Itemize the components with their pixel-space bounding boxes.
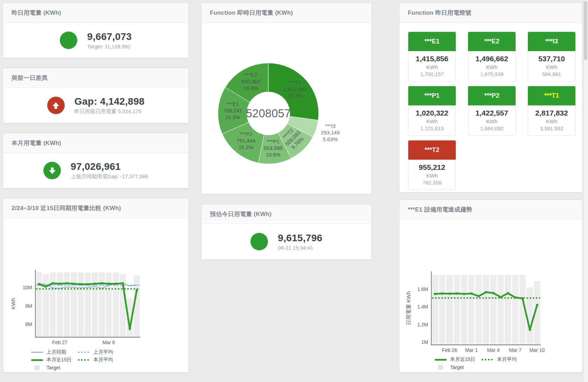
scrollbar-thumb[interactable]: [584, 1, 587, 60]
legend-swatch-square-icon: [435, 365, 447, 370]
card-title: Function 即時日用電量 (KWh): [210, 9, 293, 17]
compare-15day-svg[interactable]: 6M8M10MFeb 27Mar 6KWh: [3, 218, 189, 347]
e1-trend-svg[interactable]: 1M1.2M1.4M1.6MFeb 26Mar 1Mar 4Mar 7Mar 1…: [399, 220, 582, 354]
y-tick-label: 1.4M: [417, 304, 428, 310]
legend-label: 上月平均: [93, 349, 113, 355]
card-e1-trend: ***E1 設備用電達成趨勢 1M1.2M1.4M1.6MFeb 26Mar 1…: [399, 200, 582, 373]
light-tile-T1: ***T12,817,832KWh3,591,562: [528, 86, 575, 136]
e1-trend-chart[interactable]: 1M1.2M1.4M1.6MFeb 26Mar 1Mar 4Mar 7Mar 1…: [399, 220, 582, 356]
svg-text:10.6%: 10.6%: [266, 152, 281, 158]
legend-swatch-dash-icon: [78, 352, 90, 353]
series-point: [463, 293, 466, 295]
tile-unit: KWh: [468, 64, 515, 70]
svg-text:5.63%: 5.63%: [323, 136, 338, 142]
series-point: [500, 296, 502, 298]
series-point: [448, 292, 451, 295]
legend-swatch-square-icon: [31, 365, 43, 370]
target-bar: [50, 272, 56, 337]
stat-body: 9,667,073 Target: 11,128,992: [3, 23, 189, 58]
legend-item[interactable]: Target: [435, 364, 482, 370]
svg-text:***P1: ***P1: [267, 138, 279, 144]
arrow-down-icon: [43, 162, 61, 179]
legend-row: Target: [435, 363, 582, 371]
legend-swatch-thick-icon: [31, 359, 43, 361]
card-title: 預估今日用電量 (KWh): [210, 210, 271, 218]
series-point: [441, 292, 444, 295]
svg-text:553,595: 553,595: [264, 145, 283, 151]
target-bar: [92, 272, 98, 337]
month-usage-gap: 上個月同期用電Gap: -17,377,566: [71, 173, 148, 180]
tile-value: 1,020,322: [409, 109, 455, 117]
day-gap-value: Gap: 4,142,898: [75, 96, 144, 107]
tile-unit: KWh: [468, 118, 515, 124]
light-tile-T2: ***T2955,212KWh762,358: [408, 140, 456, 190]
stat-body: 97,026,961 上個月同期用電Gap: -17,377,566: [3, 153, 189, 188]
series-point: [66, 282, 68, 285]
target-bar: [439, 275, 445, 345]
tile-value: 537,710: [528, 55, 575, 63]
legend-item[interactable]: 本月平均: [482, 356, 529, 363]
series-point: [59, 283, 61, 285]
realtime-donut-chart[interactable]: ***T11,413,18327.1%***I3293,1495.63%***T…: [201, 23, 371, 194]
day-gap-sub: 昨日與前日用電量 5,524,175: [75, 108, 144, 115]
target-bar: [113, 272, 119, 337]
light-tile-E2: ***E21,496,662KWh1,675,939: [468, 32, 516, 82]
light-tile-I3: ***I3537,710KWh584,861: [528, 32, 575, 82]
donut-slice-label: ***I3293,1495.63%: [321, 123, 340, 142]
legend-swatch-thick-icon: [435, 359, 447, 361]
light-tile-P1: ***P11,020,322KWh1,121,613: [408, 86, 456, 136]
series-point: [129, 328, 131, 330]
tile-target: 3,591,562: [528, 125, 575, 131]
arrow-up-icon: [47, 97, 65, 114]
target-bar: [468, 275, 475, 345]
donut-svg[interactable]: ***T11,413,18327.1%***I3293,1495.63%***T…: [201, 23, 371, 194]
compare-chart[interactable]: 6M8M10MFeb 27Mar 6KWh: [3, 218, 189, 348]
vertical-scrollbar[interactable]: [583, 0, 588, 382]
series-point: [136, 289, 138, 291]
tile-body: 955,212KWh762,358: [408, 160, 456, 190]
target-bar: [497, 275, 504, 345]
estimate-timestamp: 06-21 15:34:41: [278, 245, 322, 251]
tile-body: 1,020,322KWh1,121,613: [408, 105, 456, 136]
series-point: [477, 295, 480, 297]
legend-item[interactable]: 本月近15日: [435, 356, 482, 363]
tile-unit: KWh: [528, 118, 575, 124]
legend-label: 本月近15日: [47, 357, 72, 363]
legend-row: 上月同期上月平均: [31, 348, 189, 356]
tile-body: 1,422,557KWh1,684,092: [468, 105, 516, 136]
month-usage-value: 97,026,961: [71, 161, 148, 172]
legend-item[interactable]: 本月近15日: [31, 357, 78, 363]
series-point: [73, 283, 75, 285]
x-tick-label: Feb 26: [442, 347, 457, 353]
tile-body: 1,415,856KWh1,700,157: [408, 51, 456, 82]
target-bar: [71, 272, 77, 337]
y-tick-label: 1M: [421, 339, 428, 345]
tile-header: ***T2: [408, 140, 456, 160]
legend-item[interactable]: Target: [31, 365, 78, 370]
svg-text:***E1: ***E1: [226, 101, 239, 107]
legend-item[interactable]: 上月同期: [31, 349, 78, 355]
target-bar: [483, 275, 489, 345]
card-header: Function 即時日用電量 (KWh): [201, 3, 371, 23]
legend-item[interactable]: 本月平均: [78, 357, 125, 363]
card-yesterday-usage: 昨日用電量 (KWh) 9,667,073 Target: 11,128,992: [3, 3, 189, 58]
tile-target: 1,700,157: [409, 71, 455, 77]
tile-header: ***E2: [468, 32, 516, 51]
card-realtime-donut: Function 即時日用電量 (KWh) ***T11,413,18327.1…: [201, 3, 372, 194]
tile-header: ***E1: [408, 32, 456, 51]
series-point: [80, 283, 82, 285]
card-month-usage: 本月用電量 (KWh) 97,026,961 上個月同期用電Gap: -17,3…: [3, 133, 189, 188]
right-column: Function 昨日用電燈號 ***E11,415,856KWh1,700,1…: [399, 3, 582, 373]
target-bar: [432, 275, 438, 345]
y-tick-label: 6M: [26, 321, 32, 327]
series-point: [536, 304, 538, 306]
svg-text:27.1%: 27.1%: [288, 93, 303, 99]
legend-item[interactable]: 上月平均: [78, 349, 125, 355]
yesterday-usage-value: 9,667,073: [87, 31, 132, 42]
card-title: 與前一日差異: [12, 74, 48, 82]
svg-text:791,444: 791,444: [236, 138, 255, 144]
series-point: [521, 297, 524, 300]
tile-header: ***P1: [408, 86, 456, 105]
y-tick-label: 1.6M: [417, 286, 428, 292]
tile-value: 1,422,557: [468, 109, 515, 117]
